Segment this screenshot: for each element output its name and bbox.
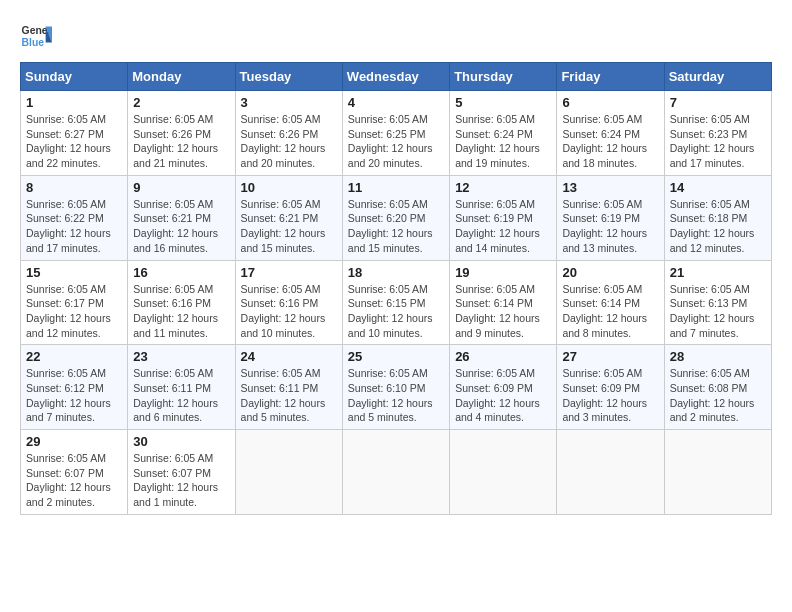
day-number: 12 <box>455 180 551 195</box>
calendar-day-25: 25 Sunrise: 6:05 AM Sunset: 6:10 PM Dayl… <box>342 345 449 430</box>
day-number: 30 <box>133 434 229 449</box>
day-info: Sunrise: 6:05 AM Sunset: 6:19 PM Dayligh… <box>455 197 551 256</box>
calendar-day-11: 11 Sunrise: 6:05 AM Sunset: 6:20 PM Dayl… <box>342 175 449 260</box>
day-info: Sunrise: 6:05 AM Sunset: 6:24 PM Dayligh… <box>562 112 658 171</box>
day-number: 19 <box>455 265 551 280</box>
calendar-day-22: 22 Sunrise: 6:05 AM Sunset: 6:12 PM Dayl… <box>21 345 128 430</box>
calendar-day-15: 15 Sunrise: 6:05 AM Sunset: 6:17 PM Dayl… <box>21 260 128 345</box>
day-info: Sunrise: 6:05 AM Sunset: 6:11 PM Dayligh… <box>241 366 337 425</box>
day-number: 17 <box>241 265 337 280</box>
empty-cell <box>557 430 664 515</box>
calendar-day-1: 1 Sunrise: 6:05 AM Sunset: 6:27 PM Dayli… <box>21 91 128 176</box>
calendar-day-18: 18 Sunrise: 6:05 AM Sunset: 6:15 PM Dayl… <box>342 260 449 345</box>
calendar-day-28: 28 Sunrise: 6:05 AM Sunset: 6:08 PM Dayl… <box>664 345 771 430</box>
day-number: 21 <box>670 265 766 280</box>
day-number: 1 <box>26 95 122 110</box>
calendar-day-19: 19 Sunrise: 6:05 AM Sunset: 6:14 PM Dayl… <box>450 260 557 345</box>
day-info: Sunrise: 6:05 AM Sunset: 6:13 PM Dayligh… <box>670 282 766 341</box>
day-number: 11 <box>348 180 444 195</box>
calendar-day-12: 12 Sunrise: 6:05 AM Sunset: 6:19 PM Dayl… <box>450 175 557 260</box>
day-number: 28 <box>670 349 766 364</box>
calendar-day-7: 7 Sunrise: 6:05 AM Sunset: 6:23 PM Dayli… <box>664 91 771 176</box>
day-number: 18 <box>348 265 444 280</box>
day-info: Sunrise: 6:05 AM Sunset: 6:11 PM Dayligh… <box>133 366 229 425</box>
day-info: Sunrise: 6:05 AM Sunset: 6:09 PM Dayligh… <box>562 366 658 425</box>
week-row-4: 22 Sunrise: 6:05 AM Sunset: 6:12 PM Dayl… <box>21 345 772 430</box>
day-number: 15 <box>26 265 122 280</box>
day-info: Sunrise: 6:05 AM Sunset: 6:26 PM Dayligh… <box>133 112 229 171</box>
weekday-header-row: SundayMondayTuesdayWednesdayThursdayFrid… <box>21 63 772 91</box>
empty-cell <box>342 430 449 515</box>
calendar-day-26: 26 Sunrise: 6:05 AM Sunset: 6:09 PM Dayl… <box>450 345 557 430</box>
weekday-header-monday: Monday <box>128 63 235 91</box>
day-number: 8 <box>26 180 122 195</box>
calendar-table: SundayMondayTuesdayWednesdayThursdayFrid… <box>20 62 772 515</box>
logo-icon: General Blue <box>20 20 52 52</box>
day-info: Sunrise: 6:05 AM Sunset: 6:17 PM Dayligh… <box>26 282 122 341</box>
day-info: Sunrise: 6:05 AM Sunset: 6:07 PM Dayligh… <box>26 451 122 510</box>
calendar-day-6: 6 Sunrise: 6:05 AM Sunset: 6:24 PM Dayli… <box>557 91 664 176</box>
day-number: 26 <box>455 349 551 364</box>
calendar-day-9: 9 Sunrise: 6:05 AM Sunset: 6:21 PM Dayli… <box>128 175 235 260</box>
day-number: 5 <box>455 95 551 110</box>
day-info: Sunrise: 6:05 AM Sunset: 6:09 PM Dayligh… <box>455 366 551 425</box>
day-info: Sunrise: 6:05 AM Sunset: 6:15 PM Dayligh… <box>348 282 444 341</box>
day-info: Sunrise: 6:05 AM Sunset: 6:23 PM Dayligh… <box>670 112 766 171</box>
weekday-header-tuesday: Tuesday <box>235 63 342 91</box>
day-info: Sunrise: 6:05 AM Sunset: 6:16 PM Dayligh… <box>133 282 229 341</box>
day-number: 2 <box>133 95 229 110</box>
empty-cell <box>664 430 771 515</box>
week-row-5: 29 Sunrise: 6:05 AM Sunset: 6:07 PM Dayl… <box>21 430 772 515</box>
day-number: 10 <box>241 180 337 195</box>
day-info: Sunrise: 6:05 AM Sunset: 6:26 PM Dayligh… <box>241 112 337 171</box>
weekday-header-thursday: Thursday <box>450 63 557 91</box>
day-number: 20 <box>562 265 658 280</box>
calendar-day-27: 27 Sunrise: 6:05 AM Sunset: 6:09 PM Dayl… <box>557 345 664 430</box>
day-number: 23 <box>133 349 229 364</box>
day-info: Sunrise: 6:05 AM Sunset: 6:10 PM Dayligh… <box>348 366 444 425</box>
day-number: 6 <box>562 95 658 110</box>
calendar-day-30: 30 Sunrise: 6:05 AM Sunset: 6:07 PM Dayl… <box>128 430 235 515</box>
day-info: Sunrise: 6:05 AM Sunset: 6:14 PM Dayligh… <box>562 282 658 341</box>
calendar-day-20: 20 Sunrise: 6:05 AM Sunset: 6:14 PM Dayl… <box>557 260 664 345</box>
calendar-day-5: 5 Sunrise: 6:05 AM Sunset: 6:24 PM Dayli… <box>450 91 557 176</box>
day-number: 25 <box>348 349 444 364</box>
weekday-header-saturday: Saturday <box>664 63 771 91</box>
empty-cell <box>450 430 557 515</box>
calendar-day-16: 16 Sunrise: 6:05 AM Sunset: 6:16 PM Dayl… <box>128 260 235 345</box>
day-number: 16 <box>133 265 229 280</box>
page-header: General Blue <box>20 20 772 52</box>
calendar-day-10: 10 Sunrise: 6:05 AM Sunset: 6:21 PM Dayl… <box>235 175 342 260</box>
calendar-day-3: 3 Sunrise: 6:05 AM Sunset: 6:26 PM Dayli… <box>235 91 342 176</box>
calendar-day-13: 13 Sunrise: 6:05 AM Sunset: 6:19 PM Dayl… <box>557 175 664 260</box>
day-number: 13 <box>562 180 658 195</box>
day-number: 3 <box>241 95 337 110</box>
calendar-day-17: 17 Sunrise: 6:05 AM Sunset: 6:16 PM Dayl… <box>235 260 342 345</box>
week-row-1: 1 Sunrise: 6:05 AM Sunset: 6:27 PM Dayli… <box>21 91 772 176</box>
day-info: Sunrise: 6:05 AM Sunset: 6:12 PM Dayligh… <box>26 366 122 425</box>
calendar-day-14: 14 Sunrise: 6:05 AM Sunset: 6:18 PM Dayl… <box>664 175 771 260</box>
day-info: Sunrise: 6:05 AM Sunset: 6:14 PM Dayligh… <box>455 282 551 341</box>
weekday-header-wednesday: Wednesday <box>342 63 449 91</box>
weekday-header-sunday: Sunday <box>21 63 128 91</box>
calendar-day-23: 23 Sunrise: 6:05 AM Sunset: 6:11 PM Dayl… <box>128 345 235 430</box>
day-info: Sunrise: 6:05 AM Sunset: 6:16 PM Dayligh… <box>241 282 337 341</box>
day-number: 14 <box>670 180 766 195</box>
day-number: 27 <box>562 349 658 364</box>
day-number: 24 <box>241 349 337 364</box>
day-info: Sunrise: 6:05 AM Sunset: 6:27 PM Dayligh… <box>26 112 122 171</box>
day-number: 7 <box>670 95 766 110</box>
day-info: Sunrise: 6:05 AM Sunset: 6:21 PM Dayligh… <box>241 197 337 256</box>
calendar-day-29: 29 Sunrise: 6:05 AM Sunset: 6:07 PM Dayl… <box>21 430 128 515</box>
day-info: Sunrise: 6:05 AM Sunset: 6:22 PM Dayligh… <box>26 197 122 256</box>
week-row-2: 8 Sunrise: 6:05 AM Sunset: 6:22 PM Dayli… <box>21 175 772 260</box>
day-info: Sunrise: 6:05 AM Sunset: 6:21 PM Dayligh… <box>133 197 229 256</box>
calendar-day-21: 21 Sunrise: 6:05 AM Sunset: 6:13 PM Dayl… <box>664 260 771 345</box>
logo: General Blue <box>20 20 56 52</box>
day-info: Sunrise: 6:05 AM Sunset: 6:19 PM Dayligh… <box>562 197 658 256</box>
calendar-day-24: 24 Sunrise: 6:05 AM Sunset: 6:11 PM Dayl… <box>235 345 342 430</box>
day-number: 22 <box>26 349 122 364</box>
day-info: Sunrise: 6:05 AM Sunset: 6:18 PM Dayligh… <box>670 197 766 256</box>
day-info: Sunrise: 6:05 AM Sunset: 6:25 PM Dayligh… <box>348 112 444 171</box>
day-info: Sunrise: 6:05 AM Sunset: 6:20 PM Dayligh… <box>348 197 444 256</box>
